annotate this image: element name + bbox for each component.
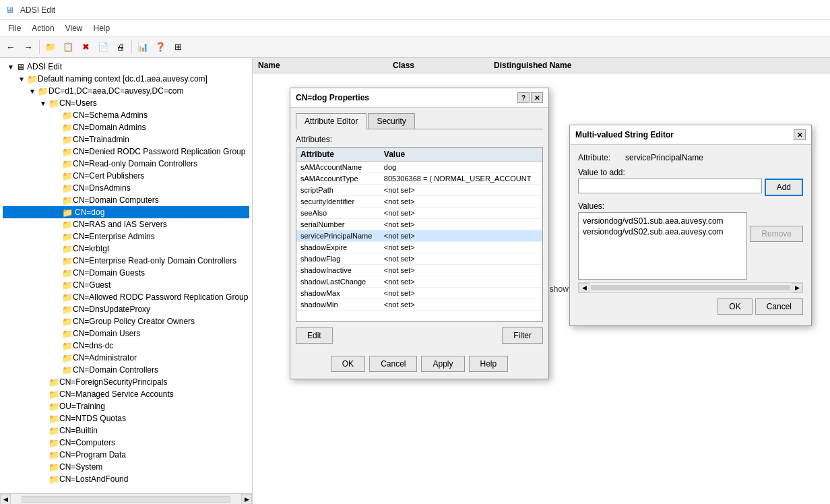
folder-icon-trainadmin: 📁 <box>62 135 73 145</box>
main-layout: ▼ 🖥 ADSI Edit ▼ 📁 Default naming context… <box>0 58 830 504</box>
tree-label-ou-training: OU=Training <box>59 402 105 411</box>
tree-item-managed-service[interactable]: 📁 CN=Managed Service Accounts <box>3 388 249 400</box>
tree-item-lost-found[interactable]: 📁 CN=LostAndFound <box>3 473 249 485</box>
toolbar: ← → 📁 📋 ✖ 📄 🖨 📊 ❓ ⊞ <box>0 36 830 58</box>
tree-item-foreign-security[interactable]: 📁 CN=ForeignSecurityPrincipals <box>3 376 249 388</box>
toolbar-print[interactable]: 🖨 <box>113 39 129 55</box>
tree-item-krbtgt[interactable]: 📁 CN=krbtgt <box>3 243 249 255</box>
folder-icon-domain-admins: 📁 <box>62 123 73 133</box>
folder-icon-domain-guests: 📁 <box>62 268 73 278</box>
folder-icon-dns-update-proxy: 📁 <box>62 305 73 315</box>
tree-item-allowed-rodc[interactable]: 📁 CN=Allowed RODC Password Replication G… <box>3 291 249 303</box>
tree-item-schema-admins[interactable]: 📁 CN=Schema Admins <box>3 109 249 121</box>
folder-icon-domain-controllers: 📁 <box>62 365 73 375</box>
tree-item-system[interactable]: 📁 CN=System <box>3 461 249 473</box>
tree-item-administrator[interactable]: 📁 CN=Administrator <box>3 352 249 364</box>
tree-item-gpo[interactable]: 📁 CN=Group Policy Creator Owners <box>3 315 249 327</box>
folder-icon-enterprise-rodc: 📁 <box>62 256 73 266</box>
toolbar-chart[interactable]: 📊 <box>135 39 151 55</box>
toolbar-forward[interactable]: → <box>20 39 36 55</box>
tree-container[interactable]: ▼ 🖥 ADSI Edit ▼ 📁 Default naming context… <box>0 58 252 493</box>
tree-item-ou-training[interactable]: 📁 OU=Training <box>3 400 249 412</box>
tree-item-domain-guests[interactable]: 📁 CN=Domain Guests <box>3 267 249 279</box>
toolbar-help[interactable]: ❓ <box>152 39 168 55</box>
tree-label-dc: DC=d1,DC=aea,DC=auvesy,DC=com <box>49 86 184 96</box>
folder-icon-naming: 📁 <box>27 74 38 84</box>
column-headers: Name Class Distinguished Name <box>253 58 830 73</box>
toolbar-folder[interactable]: 📁 <box>42 39 59 55</box>
tree-item-dc[interactable]: ▼ 📁 DC=d1,DC=aea,DC=auvesy,DC=com <box>3 85 249 97</box>
scroll-left-btn[interactable]: ◀ <box>0 494 11 505</box>
tree-label-dns-dc: CN=dns-dc <box>73 341 113 350</box>
tree-label-builtin: CN=Builtin <box>59 426 98 435</box>
tree-item-enterprise-admins[interactable]: 📁 CN=Enterprise Admins <box>3 230 249 243</box>
folder-icon-lost-found: 📁 <box>49 474 59 484</box>
tree-item-dns-dc[interactable]: 📁 CN=dns-dc <box>3 340 249 352</box>
folder-icon-managed-service: 📁 <box>49 389 59 400</box>
tree-item-computers[interactable]: 📁 CN=Computers <box>3 437 249 449</box>
tree-item-users[interactable]: ▼ 📁 CN=Users <box>3 97 249 109</box>
tree-item-ntds-quotas[interactable]: 📁 CN=NTDS Quotas <box>3 412 249 424</box>
scroll-right-btn[interactable]: ▶ <box>241 494 252 505</box>
tree-item-program-data[interactable]: 📁 CN=Program Data <box>3 449 249 461</box>
expand-icon-users[interactable]: ▼ <box>38 98 49 108</box>
tree-item-domain-computers[interactable]: 📁 CN=Domain Computers <box>3 194 249 206</box>
tree-label-ntds-quotas: CN=NTDS Quotas <box>59 414 126 423</box>
tree-item-domain-controllers[interactable]: 📁 CN=Domain Controllers <box>3 364 249 376</box>
expand-icon-root[interactable]: ▼ <box>5 61 16 72</box>
tree-item-dns-admins[interactable]: 📁 CN=DnsAdmins <box>3 182 249 194</box>
app-icon: 🖥 <box>5 5 16 15</box>
tree-item-readonly-dc[interactable]: 📁 CN=Read-only Domain Controllers <box>3 158 249 170</box>
tree-item-ras-ias[interactable]: 📁 CN=RAS and IAS Servers <box>3 218 249 230</box>
toolbar-delete[interactable]: ✖ <box>77 39 94 55</box>
menu-action[interactable]: Action <box>26 22 59 34</box>
tree-item-trainadmin[interactable]: 📁 CN=Trainadmin <box>3 133 249 146</box>
toolbar-back[interactable]: ← <box>3 39 19 55</box>
menu-view[interactable]: View <box>60 22 88 34</box>
tree-label-enterprise-admins: CN=Enterprise Admins <box>73 232 155 241</box>
expand-icon-naming[interactable]: ▼ <box>16 73 27 84</box>
folder-icon-gpo: 📁 <box>62 317 73 327</box>
folder-icon-computers: 📁 <box>49 438 59 448</box>
folder-icon-foreign-security: 📁 <box>49 377 59 387</box>
tree-item-root[interactable]: ▼ 🖥 ADSI Edit <box>3 61 249 73</box>
tree-item-builtin[interactable]: 📁 CN=Builtin <box>3 424 249 437</box>
tree-label-cn-dog: CN=dog <box>75 208 104 217</box>
toolbar-copy[interactable]: 📋 <box>60 39 76 55</box>
menu-help[interactable]: Help <box>88 22 116 34</box>
expand-icon-dc[interactable]: ▼ <box>27 86 38 96</box>
tree-item-domain-admins[interactable]: 📁 CN=Domain Admins <box>3 121 249 133</box>
menu-file[interactable]: File <box>3 22 26 34</box>
tree-horizontal-scrollbar[interactable]: ◀ ▶ <box>0 493 252 504</box>
tree-label-dns-update-proxy: CN=DnsUpdateProxy <box>73 305 150 314</box>
folder-icon-ou-training: 📁 <box>49 402 59 412</box>
folder-icon-readonly-dc: 📁 <box>62 159 73 169</box>
tree-label-enterprise-rodc: CN=Enterprise Read-only Domain Controlle… <box>73 256 236 265</box>
scroll-track[interactable] <box>22 496 230 503</box>
folder-icon-users: 📁 <box>49 98 59 108</box>
folder-icon-ras-ias: 📁 <box>62 220 73 230</box>
tree-item-cn-dog[interactable]: 📁 CN=dog <box>3 206 249 218</box>
tree-item-guest[interactable]: 📁 CN=Guest <box>3 279 249 291</box>
tree-item-dns-update-proxy[interactable]: 📁 CN=DnsUpdateProxy <box>3 303 249 315</box>
toolbar-grid[interactable]: ⊞ <box>170 39 186 55</box>
tree-item-cert-publishers[interactable]: 📁 CN=Cert Publishers <box>3 170 249 182</box>
col-header-name: Name <box>258 61 393 70</box>
folder-icon-cert-publishers: 📁 <box>62 171 73 181</box>
tree-item-denied-rodc[interactable]: 📁 CN=Denied RODC Password Replication Gr… <box>3 146 249 158</box>
col-header-dn: Distinguished Name <box>494 61 825 70</box>
tree-label-cert-publishers: CN=Cert Publishers <box>73 171 144 181</box>
right-content-empty: There are no items to show in this view. <box>253 73 830 504</box>
tree-item-enterprise-rodc[interactable]: 📁 CN=Enterprise Read-only Domain Control… <box>3 255 249 267</box>
folder-icon-administrator: 📁 <box>62 353 73 363</box>
folder-icon-dns-dc: 📁 <box>62 341 73 351</box>
tree-item-domain-users[interactable]: 📁 CN=Domain Users <box>3 327 249 340</box>
tree-label-computers: CN=Computers <box>59 438 115 447</box>
folder-icon-domain-users: 📁 <box>62 329 73 339</box>
tree-label-trainadmin: CN=Trainadmin <box>73 135 129 144</box>
empty-message: There are no items to show in this view. <box>470 284 612 294</box>
tree-label-allowed-rodc: CN=Allowed RODC Password Replication Gro… <box>73 292 248 302</box>
tree-item-naming[interactable]: ▼ 📁 Default naming context [dc.d1.aea.au… <box>3 73 249 85</box>
toolbar-properties[interactable]: 📄 <box>95 39 111 55</box>
title-bar: 🖥 ADSI Edit <box>0 0 830 20</box>
